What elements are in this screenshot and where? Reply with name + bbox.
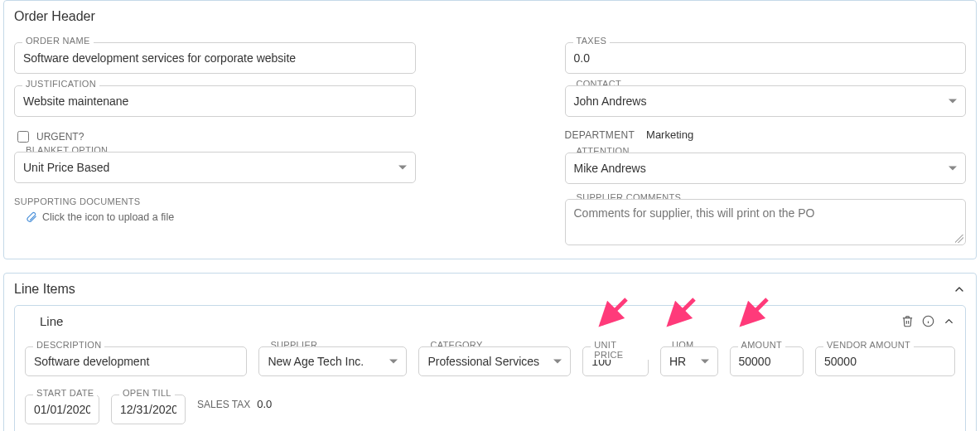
supporting-documents-label: SUPPORTING DOCUMENTS xyxy=(14,196,416,206)
amount-label: AMOUNT xyxy=(738,340,785,350)
line-items-title: Line Items xyxy=(14,282,75,297)
uom-wrap: UOM HR xyxy=(660,346,718,376)
attention-value: Mike Andrews xyxy=(574,162,646,175)
chevron-down-icon xyxy=(553,360,562,364)
description-input[interactable] xyxy=(34,355,238,368)
start-date-wrap: START DATE xyxy=(25,395,99,424)
description-field[interactable] xyxy=(25,346,247,376)
chevron-down-icon xyxy=(701,360,709,364)
order-name-field[interactable] xyxy=(14,42,416,74)
paperclip-icon[interactable] xyxy=(26,211,37,223)
start-date-label: START DATE xyxy=(33,388,97,398)
order-header-title: Order Header xyxy=(14,9,966,24)
amount-input[interactable] xyxy=(739,355,794,368)
chevron-down-icon xyxy=(949,167,957,171)
line-title: Line xyxy=(25,314,63,328)
category-wrap: CATEGORY Professional Services xyxy=(418,346,571,376)
delete-line-button[interactable] xyxy=(901,315,914,327)
attention-select[interactable]: Mike Andrews xyxy=(565,153,967,184)
open-till-field[interactable] xyxy=(111,395,186,424)
justification-field[interactable] xyxy=(14,85,416,117)
supplier-comments-input[interactable] xyxy=(574,206,958,240)
line-items-panel: Line Items Line DESCRIPTION xyxy=(3,273,977,431)
open-till-label: OPEN TILL xyxy=(119,388,175,398)
uom-select[interactable]: HR xyxy=(660,346,718,376)
collapse-line-button[interactable] xyxy=(943,315,955,327)
contact-select[interactable]: John Andrews xyxy=(565,85,967,117)
upload-hint: Click the icon to upload a file xyxy=(42,211,174,223)
order-header-right-col: TAXES CONTACT John Andrews DEPARTMENT Ma… xyxy=(565,31,967,245)
contact-field-wrap: CONTACT John Andrews xyxy=(565,85,967,117)
resize-handle-icon[interactable] xyxy=(955,235,963,243)
start-date-field[interactable] xyxy=(25,395,99,424)
justification-input[interactable] xyxy=(23,94,407,108)
start-date-input[interactable] xyxy=(34,403,90,416)
attention-field-wrap: ATTENTION Mike Andrews xyxy=(565,153,967,184)
order-name-label: ORDER NAME xyxy=(22,36,94,46)
taxes-input[interactable] xyxy=(574,51,958,65)
unit-price-label: UNIT PRICE xyxy=(591,340,649,360)
order-name-field-wrap: ORDER NAME xyxy=(14,42,416,74)
description-wrap: DESCRIPTION xyxy=(25,346,247,376)
line-box: Line DESCRIPTION SUPP xyxy=(14,305,966,431)
vendor-amount-field[interactable] xyxy=(815,346,955,376)
justification-label: JUSTIFICATION xyxy=(22,79,99,89)
chevron-down-icon xyxy=(398,166,407,170)
info-line-button[interactable] xyxy=(922,315,934,327)
order-header-panel: Order Header ORDER NAME JUSTIFICATION UR… xyxy=(3,0,977,259)
supplier-value: New Age Tech Inc. xyxy=(268,355,364,368)
department-label: DEPARTMENT xyxy=(565,129,635,141)
taxes-field-wrap: TAXES xyxy=(565,42,967,74)
category-select[interactable]: Professional Services xyxy=(418,346,571,376)
vendor-amount-label: VENDOR AMOUNT xyxy=(823,340,914,350)
department-value: Marketing xyxy=(646,128,693,141)
collapse-line-items-button[interactable] xyxy=(953,283,966,296)
taxes-label: TAXES xyxy=(573,36,611,46)
blanket-option-field-wrap: BLANKET OPTION Unit Price Based xyxy=(14,152,416,183)
supplier-wrap: SUPPLIER New Age Tech Inc. xyxy=(258,346,407,376)
category-value: Professional Services xyxy=(427,355,539,368)
vendor-amount-wrap: VENDOR AMOUNT xyxy=(815,346,955,376)
blanket-option-value: Unit Price Based xyxy=(23,161,109,174)
order-name-input[interactable] xyxy=(23,51,407,65)
supplier-comments-wrap: SUPPLIER COMMENTS xyxy=(565,199,967,245)
amount-field[interactable] xyxy=(730,346,804,376)
amount-wrap: AMOUNT xyxy=(730,346,804,376)
contact-value: John Andrews xyxy=(574,94,647,108)
department-row: DEPARTMENT Marketing xyxy=(565,128,967,141)
sales-tax-row: SALES TAX 0.0 xyxy=(197,398,272,410)
chevron-down-icon xyxy=(389,360,398,364)
vendor-amount-input[interactable] xyxy=(824,355,946,368)
open-till-wrap: OPEN TILL xyxy=(111,395,186,424)
open-till-input[interactable] xyxy=(120,403,176,416)
order-header-left-col: ORDER NAME JUSTIFICATION URGENT? BLANKET… xyxy=(14,31,416,245)
supplier-select[interactable]: New Age Tech Inc. xyxy=(258,346,407,376)
urgent-checkbox-row[interactable]: URGENT? xyxy=(14,128,416,145)
supplier-comments-field[interactable] xyxy=(565,199,967,245)
urgent-checkbox[interactable] xyxy=(17,131,29,143)
sales-tax-label: SALES TAX xyxy=(197,399,250,410)
uom-value: HR xyxy=(669,355,686,368)
chevron-down-icon xyxy=(949,99,957,104)
taxes-field[interactable] xyxy=(565,42,967,74)
description-label: DESCRIPTION xyxy=(33,340,104,350)
urgent-label: URGENT? xyxy=(36,131,84,143)
blanket-option-select[interactable]: Unit Price Based xyxy=(14,152,416,183)
justification-field-wrap: JUSTIFICATION xyxy=(14,85,416,117)
sales-tax-value: 0.0 xyxy=(257,398,272,410)
unit-price-wrap: UNIT PRICE xyxy=(582,346,649,376)
upload-row[interactable]: Click the icon to upload a file xyxy=(14,211,416,223)
